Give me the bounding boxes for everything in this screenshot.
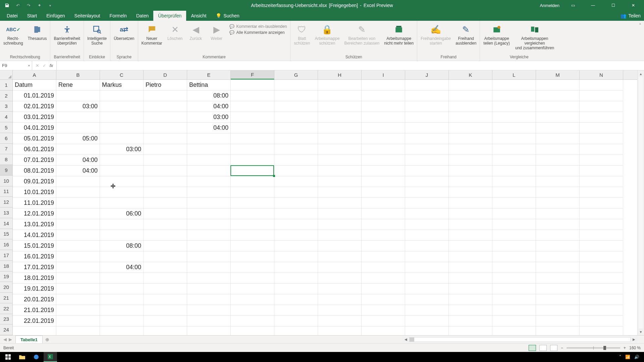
col-header-A[interactable]: A <box>13 70 56 79</box>
cell-E13[interactable] <box>187 208 231 219</box>
cell-M11[interactable] <box>536 187 580 198</box>
cell-A22[interactable]: 21.01.2019 <box>13 305 56 316</box>
cell-J13[interactable] <box>405 208 449 219</box>
cell-C1[interactable]: Markus <box>100 80 144 90</box>
sheet-tab-tabelle1[interactable]: Tabelle1 <box>15 336 43 343</box>
cell-N21[interactable] <box>580 294 623 305</box>
row-header-8[interactable]: 8 <box>0 154 13 165</box>
cell-E19[interactable] <box>187 273 231 284</box>
view-normal-icon[interactable] <box>529 345 536 351</box>
cell-F7[interactable] <box>231 144 274 155</box>
col-header-K[interactable]: K <box>449 70 492 79</box>
cell-K22[interactable] <box>449 305 492 316</box>
cell-N7[interactable] <box>580 144 623 155</box>
cell-I17[interactable] <box>362 251 405 262</box>
cell-C4[interactable] <box>100 112 144 123</box>
redo-icon[interactable]: ↷ <box>25 2 32 9</box>
cell-A8[interactable]: 07.01.2019 <box>13 155 56 166</box>
cell-M4[interactable] <box>536 112 580 123</box>
cell-J19[interactable] <box>405 273 449 284</box>
cell-J7[interactable] <box>405 144 449 155</box>
cell-D13[interactable] <box>144 208 187 219</box>
cell-H22[interactable] <box>318 305 362 316</box>
cell-L16[interactable] <box>492 241 536 251</box>
cell-K12[interactable] <box>449 198 492 208</box>
cell-K16[interactable] <box>449 241 492 251</box>
cell-C17[interactable] <box>100 251 144 262</box>
cell-J12[interactable] <box>405 198 449 208</box>
cell-B1[interactable]: Rene <box>56 80 100 90</box>
cell-K19[interactable] <box>449 273 492 284</box>
cell-C19[interactable] <box>100 273 144 284</box>
cell-F14[interactable] <box>231 219 274 230</box>
cell-E15[interactable] <box>187 230 231 241</box>
cell-G5[interactable] <box>274 123 318 133</box>
cell-L9[interactable] <box>492 166 536 176</box>
cell-C11[interactable] <box>100 187 144 198</box>
cell-L23[interactable] <box>492 316 536 326</box>
cell-E5[interactable]: 04:00 <box>187 123 231 133</box>
cell-L12[interactable] <box>492 198 536 208</box>
cell-B16[interactable] <box>56 241 100 251</box>
cell-D7[interactable] <box>144 144 187 155</box>
cell-A16[interactable]: 15.01.2019 <box>13 241 56 251</box>
cell-D16[interactable] <box>144 241 187 251</box>
cell-B15[interactable] <box>56 230 100 241</box>
row-headers[interactable]: 123456789101112131415161718192021222324 <box>0 80 13 335</box>
cell-F5[interactable] <box>231 123 274 133</box>
cell-N6[interactable] <box>580 133 623 144</box>
row-header-16[interactable]: 16 <box>0 239 13 250</box>
cell-B14[interactable] <box>56 219 100 230</box>
cell-G4[interactable] <box>274 112 318 123</box>
cell-H14[interactable] <box>318 219 362 230</box>
tray-volume-icon[interactable]: 🔊 <box>634 355 639 359</box>
cell-L4[interactable] <box>492 112 536 123</box>
cell-B8[interactable]: 04:00 <box>56 155 100 166</box>
taskbar-explorer[interactable] <box>15 352 29 362</box>
row-header-5[interactable]: 5 <box>0 122 13 133</box>
btn-thesaurus[interactable]: Thesaurus <box>28 24 47 41</box>
cell-E1[interactable]: Bettina <box>187 80 231 90</box>
cell-I11[interactable] <box>362 187 405 198</box>
cell-L10[interactable] <box>492 176 536 187</box>
cell-D22[interactable] <box>144 305 187 316</box>
vertical-scrollbar[interactable]: ▲ ▼ <box>637 70 644 335</box>
col-header-G[interactable]: G <box>274 70 318 79</box>
cell-G17[interactable] <box>274 251 318 262</box>
cell-N10[interactable] <box>580 176 623 187</box>
cell-A18[interactable]: 17.01.2019 <box>13 262 56 273</box>
btn-neuer-kommentar[interactable]: Neuer Kommentar <box>142 24 162 46</box>
cell-G2[interactable] <box>274 90 318 101</box>
cell-K8[interactable] <box>449 155 492 166</box>
cell-N12[interactable] <box>580 198 623 208</box>
cell-I24[interactable] <box>362 326 405 335</box>
cell-I10[interactable] <box>362 176 405 187</box>
btn-mappen-vergleichen[interactable]: Arbeitsmappen vergleichen und zusammenfü… <box>515 24 555 50</box>
cell-G3[interactable] <box>274 101 318 112</box>
cell-K20[interactable] <box>449 284 492 294</box>
cell-H11[interactable] <box>318 187 362 198</box>
tab-einfuegen[interactable]: Einfügen <box>42 11 69 21</box>
cell-D8[interactable] <box>144 155 187 166</box>
row-header-4[interactable]: 4 <box>0 112 13 122</box>
cell-N3[interactable] <box>580 101 623 112</box>
row-header-7[interactable]: 7 <box>0 144 13 155</box>
close-icon[interactable]: ✕ <box>627 0 640 11</box>
cell-M3[interactable] <box>536 101 580 112</box>
cell-N13[interactable] <box>580 208 623 219</box>
cell-B5[interactable] <box>56 123 100 133</box>
cell-A10[interactable]: 09.01.2019 <box>13 176 56 187</box>
cell-K21[interactable] <box>449 294 492 305</box>
cell-G21[interactable] <box>274 294 318 305</box>
cell-I15[interactable] <box>362 230 405 241</box>
taskbar-edge[interactable] <box>30 352 43 362</box>
cell-D2[interactable] <box>144 90 187 101</box>
cell-E24[interactable] <box>187 326 231 335</box>
cell-E14[interactable] <box>187 219 231 230</box>
cell-N15[interactable] <box>580 230 623 241</box>
cell-A4[interactable]: 03.01.2019 <box>13 112 56 123</box>
btn-intelligente-suche[interactable]: Intelligente Suche <box>87 24 107 46</box>
cell-E16[interactable] <box>187 241 231 251</box>
cell-G13[interactable] <box>274 208 318 219</box>
cell-B6[interactable]: 05:00 <box>56 133 100 144</box>
